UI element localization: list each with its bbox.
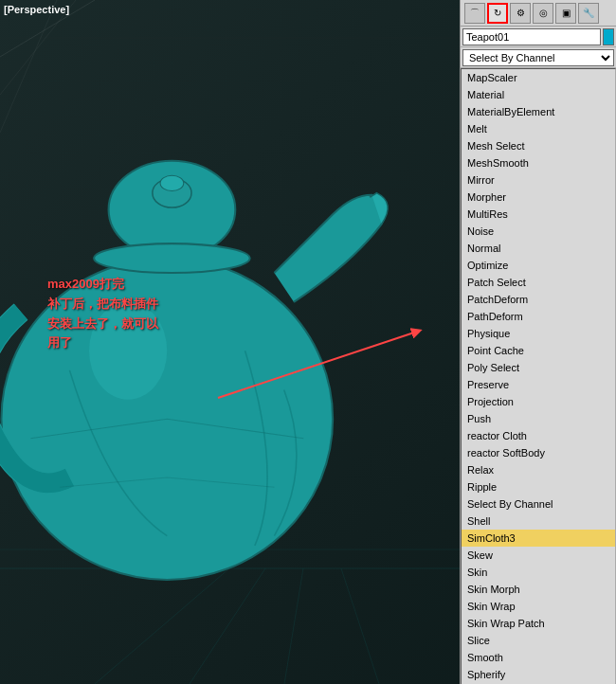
modifier-item[interactable]: Preserve xyxy=(462,376,615,393)
hierarchy-icon[interactable]: ↻ xyxy=(487,3,508,24)
modifier-item[interactable]: Push xyxy=(462,410,615,427)
modifier-item[interactable]: Skin xyxy=(462,564,615,581)
modifier-item[interactable]: MapScaler xyxy=(462,69,615,86)
modifier-item[interactable]: Select By Channel xyxy=(462,495,615,513)
modifier-item[interactable]: Normal xyxy=(462,240,615,257)
modifier-item[interactable]: Material xyxy=(462,86,615,103)
modifier-item[interactable]: Projection xyxy=(462,393,615,410)
utilities-icon[interactable]: ▣ xyxy=(555,3,576,24)
modifier-item[interactable]: Shell xyxy=(462,513,615,530)
modifier-item[interactable]: Patch Select xyxy=(462,274,615,291)
modifier-item[interactable]: Skin Wrap xyxy=(462,598,615,615)
modifier-item[interactable]: PatchDeform xyxy=(462,291,615,308)
modifier-dropdown[interactable]: Select By Channel xyxy=(462,49,614,66)
modifier-item[interactable]: reactor Cloth xyxy=(462,427,615,444)
modifier-item[interactable]: Poly Select xyxy=(462,359,615,376)
modifier-item[interactable]: Skin Morph xyxy=(462,581,615,598)
modifier-item[interactable]: Physique xyxy=(462,325,615,342)
dropdown-row: Select By Channel xyxy=(461,47,616,68)
display-icon[interactable]: ◎ xyxy=(533,3,553,24)
modifier-item[interactable]: MaterialByElement xyxy=(462,103,615,120)
viewport-area: [Perspective] max2009打完 补丁后，把布料插件 安装上去了，… xyxy=(0,0,616,684)
viewport-label: [Perspective] xyxy=(4,4,69,15)
modifier-item[interactable]: Slice xyxy=(462,632,615,649)
modifier-list[interactable]: MapScalerMaterialMaterialByElementMeltMe… xyxy=(461,68,616,684)
modifier-item[interactable]: Morpher xyxy=(462,189,615,206)
modifier-item[interactable]: Ripple xyxy=(462,478,615,495)
modifier-item[interactable]: reactor SoftBody xyxy=(462,444,615,461)
modifier-icon[interactable]: ⌒ xyxy=(464,3,485,24)
extra-icon[interactable]: 🔧 xyxy=(578,3,599,24)
modifier-item[interactable]: PathDeform xyxy=(462,308,615,325)
modifier-item[interactable]: Skew xyxy=(462,547,615,564)
object-name-input[interactable] xyxy=(462,28,601,45)
modifier-item[interactable]: Mesh Select xyxy=(462,137,615,154)
modifier-item[interactable]: SimCloth3 xyxy=(462,530,615,547)
modifier-item[interactable]: Mirror xyxy=(462,171,615,189)
modifier-item[interactable]: MeshSmooth xyxy=(462,154,615,171)
svg-point-14 xyxy=(94,243,250,273)
modifier-item[interactable]: Skin Wrap Patch xyxy=(462,615,615,632)
modifier-item[interactable]: Point Cache xyxy=(462,342,615,359)
main-container: [Perspective] max2009打完 补丁后，把布料插件 安装上去了，… xyxy=(0,0,616,684)
annotation-text: max2009打完 补丁后，把布料插件 安装上去了，就可以 用了 xyxy=(47,275,158,353)
modifier-item[interactable]: Spherify xyxy=(462,666,615,683)
modifier-item[interactable]: Melt xyxy=(462,120,615,137)
modifier-item[interactable]: Smooth xyxy=(462,649,615,666)
right-panel: ⌒ ↻ ⚙ ◎ ▣ 🔧 Select By Channel Ma xyxy=(460,0,616,684)
modifier-item[interactable]: Noise xyxy=(462,223,615,240)
name-field-row xyxy=(461,27,616,47)
object-color-swatch[interactable] xyxy=(603,28,614,45)
modifier-item[interactable]: Optimize xyxy=(462,257,615,274)
modifier-item[interactable]: Relax xyxy=(462,461,615,478)
icons-toolbar: ⌒ ↻ ⚙ ◎ ▣ 🔧 xyxy=(461,0,616,27)
viewport-3d[interactable]: [Perspective] max2009打完 补丁后，把布料插件 安装上去了，… xyxy=(0,0,460,684)
modifier-item[interactable]: MultiRes xyxy=(462,206,615,223)
motion-icon[interactable]: ⚙ xyxy=(510,3,531,24)
svg-point-13 xyxy=(160,175,184,190)
